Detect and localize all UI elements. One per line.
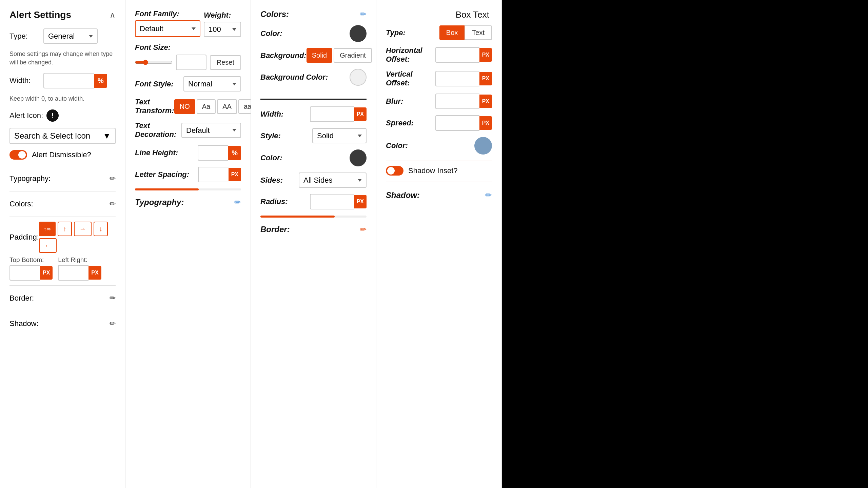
left-right-field: Left Right: 30 PX [58,256,101,281]
padding-bottom-btn[interactable]: ↓ [94,222,108,236]
weight-select[interactable]: 100 200 300 400 500 600 700 [204,22,241,37]
top-bottom-label: Top Bottom: [9,256,53,264]
font-size-slider[interactable] [135,60,173,65]
alert-dismissible-toggle[interactable] [9,150,27,160]
border-sides-select[interactable]: All Sides Top Bottom Left Right [299,172,367,188]
blur-label: Blur: [386,97,403,106]
spread-input[interactable]: 0 [435,115,479,131]
transform-aa-btn[interactable]: Aa [197,99,216,114]
type-box-btn[interactable]: Box [439,25,465,40]
toggle-inset-knob [387,167,395,175]
background-color-row: Background Color: [260,69,367,86]
type-text-btn[interactable]: Text [465,25,492,40]
line-height-input[interactable]: 135 [198,145,228,161]
line-height-input-group: 135 % [198,145,241,161]
border-edit-icon[interactable]: ✏ [110,294,116,303]
letter-spacing-input[interactable]: 0 [198,167,229,182]
left-right-input[interactable]: 30 [58,265,88,281]
blur-unit[interactable]: PX [479,95,492,108]
padding-top-btn[interactable]: ↑ [58,222,72,236]
border-style-select[interactable]: Solid Dashed Dotted Double [312,128,367,143]
colors-edit-icon[interactable]: ✏ [110,200,116,208]
transform-buttons: NO Aa AA aa [174,99,251,114]
shadow-edit-icon[interactable]: ✏ [110,319,116,328]
font-family-label: Font Family: [135,9,200,18]
letter-spacing-unit[interactable]: PX [229,168,241,181]
typography-row[interactable]: Typography: ✏ [9,171,116,186]
border-radius-input-group: 8 PX [310,194,367,209]
shadow-footer: Shadow: ✏ [386,187,492,200]
border-sides-select-wrap: All Sides Top Bottom Left Right [299,172,367,188]
typography-footer-label: Typography: [135,198,184,207]
type-label: Type: [386,28,406,37]
shadow-label: Shadow: [9,319,39,328]
border-edit-icon[interactable]: ✏ [360,225,367,234]
border-color-row: Color: [260,149,367,166]
blur-input-group: 0 PX [435,94,492,109]
border-color-label: Color: [260,154,282,162]
shadow-footer-label: Shadow: [386,190,420,200]
collapse-button[interactable]: ∧ [110,10,116,20]
border-color-swatch[interactable] [350,149,367,166]
top-bottom-unit[interactable]: PX [40,266,53,280]
v-offset-input-group: 0 PX [435,71,492,86]
background-color-swatch[interactable] [350,69,367,86]
line-height-unit[interactable]: % [228,146,241,160]
border-row[interactable]: Border: ✏ [9,290,116,306]
spread-unit[interactable]: PX [479,116,492,130]
blur-input[interactable]: 0 [435,94,479,109]
bg-gradient-btn[interactable]: Gradient [334,48,372,63]
typography-footer: Typography: ✏ [135,194,241,207]
border-radius-input[interactable]: 8 [310,194,354,209]
width-unit-badge[interactable]: % [94,74,107,88]
padding-all-btn[interactable]: ↑⬄ [39,222,56,236]
h-offset-unit[interactable]: PX [479,48,492,62]
v-offset-unit[interactable]: PX [479,72,492,85]
border-width-unit[interactable]: PX [354,107,367,121]
padding-right-btn[interactable]: → [74,222,92,236]
spread-row: Spreed: 0 PX [386,115,492,131]
colors-edit-icon[interactable]: ✏ [360,9,367,19]
scroll-indicator [135,188,241,190]
panel-header: Alert Settings ∧ [9,9,116,20]
font-style-select[interactable]: Normal Italic Oblique [183,76,241,92]
letter-spacing-label: Letter Spacing: [135,170,189,179]
v-offset-input[interactable]: 0 [435,71,479,86]
colors-section: Colors: ✏ Color: Background: Solid Gradi… [260,9,367,100]
border-sides-label: Sides: [260,176,283,185]
box-text-header: Box Text [386,9,492,20]
reset-button[interactable]: Reset [210,55,241,70]
text-transform-row: Text Transform: NO Aa AA aa [135,98,241,115]
font-size-controls: 25 Reset [135,55,241,70]
shadow-color-swatch[interactable] [474,137,492,155]
width-input[interactable]: 100 [43,73,94,88]
icon-select-wrap[interactable]: Search & Select Icon ▼ [9,128,116,144]
colors-row[interactable]: Colors: ✏ [9,196,116,212]
border-width-label: Width: [260,110,283,119]
typography-edit-icon[interactable]: ✏ [110,174,116,183]
left-right-unit[interactable]: PX [88,266,101,280]
shadow-edit-icon[interactable]: ✏ [485,190,492,200]
transform-AA-btn[interactable]: AA [217,99,237,114]
text-decoration-label: Text Decoration: [135,121,181,139]
type-select[interactable]: General Success Warning Error [43,28,98,44]
typography-edit-icon[interactable]: ✏ [234,198,241,207]
top-bottom-input[interactable]: 15 [9,265,40,281]
shadow-inset-toggle[interactable] [386,166,403,176]
background-row: Background: Solid Gradient [260,48,367,63]
shadow-row[interactable]: Shadow: ✏ [9,316,116,331]
transform-no-btn[interactable]: NO [174,99,195,114]
border-radius-unit[interactable]: PX [354,195,367,208]
border-width-input[interactable]: 2 [310,106,354,122]
bg-solid-btn[interactable]: Solid [307,48,332,63]
width-row: Width: 100 % [9,73,116,88]
padding-left-btn[interactable]: ← [39,238,57,253]
black-area [502,0,868,488]
transform-aa-lower-btn[interactable]: aa [238,99,251,114]
font-family-select[interactable]: Default Arial Helvetica Times New Roman [135,20,200,37]
font-size-input[interactable]: 25 [176,55,206,70]
text-decoration-select[interactable]: Default Underline Overline Line-through [181,123,241,138]
color-swatch[interactable] [350,25,367,42]
color-label: Color: [260,29,282,38]
h-offset-input[interactable]: 0 [435,47,479,63]
